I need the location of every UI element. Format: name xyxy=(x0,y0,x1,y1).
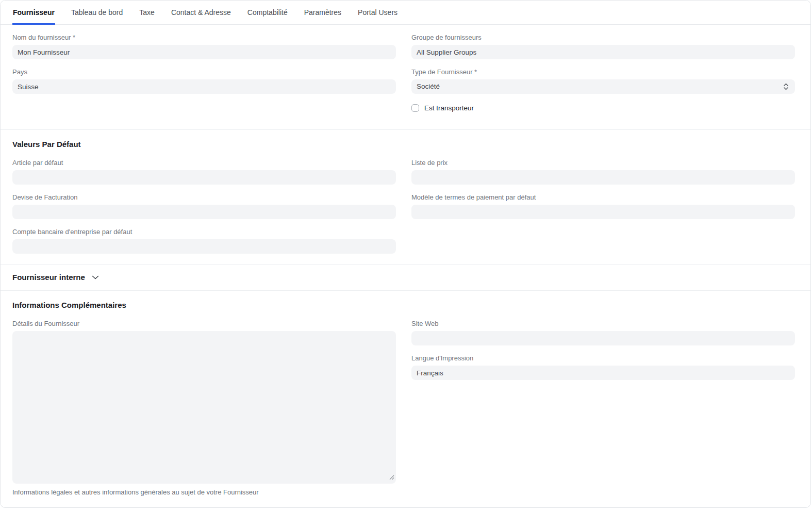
field-website: Site Web xyxy=(411,320,795,345)
column-right: Groupe de fournisseurs Type de Fournisse… xyxy=(411,25,795,121)
tab-fournisseur[interactable]: Fournisseur xyxy=(12,1,55,25)
default-item-input[interactable] xyxy=(12,170,396,185)
tab-taxe[interactable]: Taxe xyxy=(139,1,155,25)
field-billing-currency: Devise de Facturation xyxy=(12,193,396,219)
chevrons-up-down-icon xyxy=(784,84,788,90)
default-bank-account-label: Compte bancaire d'entreprise par défaut xyxy=(12,228,396,236)
supplier-details-textarea[interactable] xyxy=(12,331,396,484)
defaults-section-title: Valeurs Par Défaut xyxy=(12,130,795,150)
field-default-bank-account: Compte bancaire d'entreprise par défaut xyxy=(12,228,396,254)
section-internal-supplier: Fournisseur interne xyxy=(1,265,810,290)
column-right: Site Web Langue d'Impression xyxy=(411,311,795,382)
field-supplier-type: Type de Fournisseur * Société xyxy=(411,68,795,94)
internal-supplier-title: Fournisseur interne xyxy=(12,273,85,282)
is-transporter-checkbox-row[interactable]: Est transporteur xyxy=(411,104,474,112)
tab-portal-users[interactable]: Portal Users xyxy=(357,1,398,25)
print-language-input[interactable] xyxy=(411,366,795,380)
tab-comptabilite[interactable]: Comptabilité xyxy=(247,1,288,25)
tab-contact-adresse[interactable]: Contact & Adresse xyxy=(171,1,231,25)
section-basic-details: Nom du fournisseur * Pays Groupe de four… xyxy=(1,25,810,129)
country-label: Pays xyxy=(12,68,396,76)
field-supplier-details: Détails du Fournisseur Informations léga… xyxy=(12,320,396,496)
payment-terms-template-label: Modèle de termes de paiement par défaut xyxy=(411,193,795,201)
tab-bar: Fournisseur Tableau de bord Taxe Contact… xyxy=(1,1,810,25)
column-left: Article par défaut Devise de Facturation… xyxy=(12,150,396,256)
billing-currency-input[interactable] xyxy=(12,205,396,219)
is-transporter-label: Est transporteur xyxy=(424,104,474,112)
column-right: Liste de prix Modèle de termes de paieme… xyxy=(411,150,795,221)
supplier-details-label: Détails du Fournisseur xyxy=(12,320,396,327)
supplier-name-input[interactable] xyxy=(12,45,396,59)
tab-parametres[interactable]: Paramètres xyxy=(304,1,342,25)
field-country: Pays xyxy=(12,68,396,94)
price-list-input[interactable] xyxy=(411,170,795,185)
supplier-form-page: Fournisseur Tableau de bord Taxe Contact… xyxy=(0,0,811,508)
price-list-label: Liste de prix xyxy=(411,159,795,167)
field-supplier-name: Nom du fournisseur * xyxy=(12,34,396,59)
chevron-down-icon xyxy=(92,275,99,279)
default-item-label: Article par défaut xyxy=(12,159,396,167)
supplier-group-input[interactable] xyxy=(411,45,795,59)
field-payment-terms-template: Modèle de termes de paiement par défaut xyxy=(411,193,795,219)
print-language-label: Langue d'Impression xyxy=(411,354,795,362)
field-default-item: Article par défaut xyxy=(12,159,396,185)
website-label: Site Web xyxy=(411,320,795,327)
field-print-language: Langue d'Impression xyxy=(411,354,795,380)
section-more-info: Informations Complémentaires Détails du … xyxy=(1,291,810,506)
website-input[interactable] xyxy=(411,331,795,345)
billing-currency-label: Devise de Facturation xyxy=(12,193,396,201)
section-defaults: Valeurs Par Défaut Article par défaut De… xyxy=(1,130,810,264)
column-left: Détails du Fournisseur Informations léga… xyxy=(12,311,396,498)
tab-tableau-de-bord[interactable]: Tableau de bord xyxy=(71,1,123,25)
field-price-list: Liste de prix xyxy=(411,159,795,185)
more-info-section-title: Informations Complémentaires xyxy=(12,291,795,311)
supplier-type-value: Société xyxy=(417,82,440,90)
country-input[interactable] xyxy=(12,79,396,94)
payment-terms-template-input[interactable] xyxy=(411,205,795,219)
supplier-type-label: Type de Fournisseur * xyxy=(411,68,795,76)
supplier-name-label: Nom du fournisseur * xyxy=(12,34,396,41)
supplier-type-select[interactable]: Société xyxy=(411,79,795,94)
column-left: Nom du fournisseur * Pays xyxy=(12,25,396,96)
internal-supplier-collapse-header[interactable]: Fournisseur interne xyxy=(12,265,795,290)
default-bank-account-input[interactable] xyxy=(12,239,396,254)
supplier-details-help-text: Informations légales et autres informati… xyxy=(12,488,396,496)
field-supplier-group: Groupe de fournisseurs xyxy=(411,34,795,59)
supplier-group-label: Groupe de fournisseurs xyxy=(411,34,795,41)
checkbox-unchecked-icon[interactable] xyxy=(411,104,419,112)
